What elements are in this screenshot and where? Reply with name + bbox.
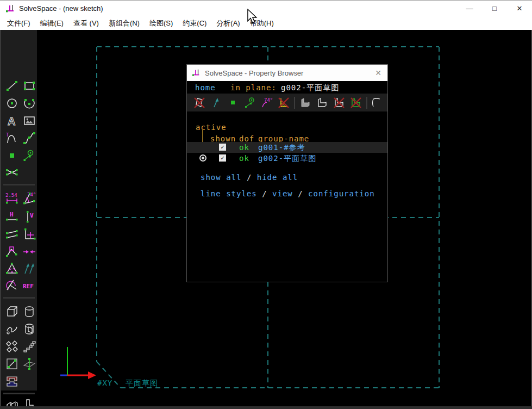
equal-constraint-icon[interactable] xyxy=(5,262,19,276)
new-workplane-icon[interactable] xyxy=(22,357,36,371)
title-bar: SolveSpace - (new sketch) — □ ✕ xyxy=(0,0,532,16)
rotate-copy-icon[interactable] xyxy=(5,339,19,354)
toolbar-separator xyxy=(366,97,367,109)
property-browser-titlebar[interactable]: SolveSpace - Property Browser ✕ xyxy=(187,65,387,81)
link-separator: / xyxy=(247,173,252,182)
show-construction-icon[interactable] xyxy=(243,96,256,109)
group-name-link[interactable]: g002-平面草图 xyxy=(258,153,316,164)
xy-plane-label: #XY xyxy=(97,379,112,387)
group-row-g002[interactable]: ✓ ok g002-平面草图 xyxy=(187,153,387,164)
sketch-plane-label: 平面草图 xyxy=(126,379,158,388)
text-tool-icon[interactable]: A xyxy=(5,114,19,128)
svg-text:H: H xyxy=(10,211,14,218)
shown-checkbox[interactable]: ✓ xyxy=(219,154,226,162)
helix-icon[interactable] xyxy=(5,322,19,336)
group-name-link[interactable]: g001-#参考 xyxy=(258,142,305,153)
hide-workplanes-icon[interactable] xyxy=(193,96,206,109)
svg-text:74°: 74° xyxy=(264,97,273,103)
toolbar-divider xyxy=(3,297,35,299)
link-separator: / xyxy=(262,189,267,198)
revolve-icon[interactable] xyxy=(22,322,36,336)
menu-edit[interactable]: 编辑(E) xyxy=(35,16,68,30)
svg-text:2.54: 2.54 xyxy=(5,193,17,198)
hide-mesh-icon[interactable] xyxy=(349,96,362,109)
edges-view-icon[interactable] xyxy=(316,96,329,109)
browser-toolbar: 74° xyxy=(187,94,387,111)
view-link[interactable]: view xyxy=(272,189,293,198)
symmetric-constraint-icon[interactable] xyxy=(22,245,36,259)
menu-sketch[interactable]: 绘图(S) xyxy=(145,16,178,30)
link-file-icon[interactable] xyxy=(5,357,19,371)
svg-text:A: A xyxy=(8,115,15,127)
shaded-view-icon[interactable] xyxy=(299,96,312,109)
sketch-canvas[interactable]: #XY 平面草图 xyxy=(0,30,532,409)
hide-all-link[interactable]: hide all xyxy=(257,173,298,182)
origin-axes xyxy=(60,347,96,379)
menu-constrain[interactable]: 约束(C) xyxy=(178,16,211,30)
spline-tool-icon[interactable] xyxy=(22,131,36,145)
point-tool-icon[interactable] xyxy=(5,148,19,163)
active-plane-name: g002-平面草图 xyxy=(281,82,339,93)
reference-dimension-icon[interactable]: REF xyxy=(22,278,36,293)
faces-view-icon[interactable] xyxy=(371,96,384,109)
ttf-text-icon[interactable] xyxy=(5,374,19,388)
group-row-g001[interactable]: ✓ ok g001-#参考 xyxy=(187,142,387,153)
hide-outlines-icon[interactable] xyxy=(333,96,346,109)
window-title: SolveSpace - (new sketch) xyxy=(19,4,103,13)
line-tool-icon[interactable] xyxy=(5,79,19,93)
window-edge-bottom xyxy=(0,406,532,409)
show-normals-icon[interactable] xyxy=(210,96,223,109)
window-controls: — □ ✕ xyxy=(457,1,532,16)
maximize-button[interactable]: □ xyxy=(482,1,507,16)
extrude-icon[interactable] xyxy=(5,305,19,319)
arc-tool-icon[interactable] xyxy=(22,96,36,110)
vertical-constraint-icon[interactable]: V xyxy=(22,210,36,224)
show-dimensions-icon[interactable]: 74° xyxy=(260,96,273,109)
hide-datum-planes-icon[interactable] xyxy=(277,96,290,109)
toolbar-separator xyxy=(294,97,295,109)
show-hide-links: show all / hide all xyxy=(201,172,298,183)
configuration-link[interactable]: configuration xyxy=(308,189,375,198)
mouse-cursor xyxy=(246,9,259,24)
circle-tool-icon[interactable] xyxy=(5,96,19,110)
menu-group[interactable]: 新组合(N) xyxy=(104,16,145,30)
minimize-button[interactable]: — xyxy=(457,1,482,16)
property-browser-window[interactable]: SolveSpace - Property Browser ✕ home in … xyxy=(186,64,388,282)
menu-view[interactable]: 查看 (V) xyxy=(68,16,104,30)
drawing-toolbar: A T xyxy=(1,30,37,391)
image-tool-icon[interactable] xyxy=(22,114,36,128)
line-styles-link[interactable]: line styles xyxy=(201,189,257,198)
show-points-icon[interactable] xyxy=(227,96,240,109)
close-button[interactable]: ✕ xyxy=(507,1,532,16)
shown-checkbox[interactable]: ✓ xyxy=(219,144,226,151)
translate-copy-icon[interactable] xyxy=(22,339,36,354)
split-tool-icon[interactable] xyxy=(5,165,19,179)
svg-text:V: V xyxy=(30,212,34,219)
tangent-arc-tool-icon[interactable]: T xyxy=(5,131,19,145)
show-all-link[interactable]: show all xyxy=(201,173,241,182)
solvespace-logo-icon xyxy=(192,69,201,77)
in-plane-label: in plane: xyxy=(230,82,277,93)
menu-file[interactable]: 文件(F) xyxy=(2,16,35,30)
parallel-constraint-icon[interactable] xyxy=(5,227,19,241)
tangent-constraint-icon[interactable] xyxy=(5,278,19,293)
home-link[interactable]: home xyxy=(195,82,216,93)
dof-status: ok xyxy=(239,153,249,164)
point-on-line-icon[interactable] xyxy=(5,245,19,259)
menu-bar: 文件(F) 编辑(E) 查看 (V) 新组合(N) 绘图(S) 约束(C) 分析… xyxy=(0,16,532,30)
browser-nav: home in plane: g002-平面草图 xyxy=(187,82,387,93)
property-browser-title: SolveSpace - Property Browser xyxy=(205,69,303,77)
menu-analyze[interactable]: 分析(A) xyxy=(211,16,245,30)
active-radio[interactable] xyxy=(199,154,206,162)
property-browser-close-button[interactable]: ✕ xyxy=(375,69,381,77)
rectangle-tool-icon[interactable] xyxy=(22,79,36,93)
oriented-same-icon[interactable] xyxy=(22,262,36,276)
perpendicular-constraint-icon[interactable] xyxy=(22,227,36,241)
horizontal-constraint-icon[interactable]: H xyxy=(5,210,19,224)
property-browser-content: home in plane: g002-平面草图 xyxy=(187,81,387,282)
lathe-icon[interactable] xyxy=(22,305,36,319)
construction-tool-icon[interactable] xyxy=(22,148,36,163)
distance-dimension-icon[interactable]: 2.54 xyxy=(5,191,19,206)
svg-text:REF: REF xyxy=(23,283,34,290)
angle-dimension-icon[interactable]: 74° xyxy=(22,191,36,206)
